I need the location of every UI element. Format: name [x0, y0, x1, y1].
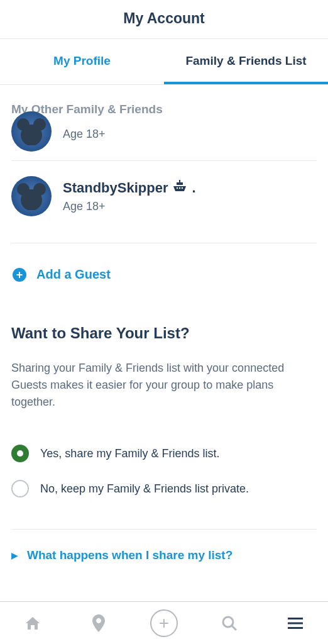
share-radio-group: Yes, share my Family & Friends list. No,…	[11, 436, 317, 530]
tab-family-friends[interactable]: Family & Friends List	[164, 39, 328, 84]
guest-row[interactable]: Age 18+	[11, 128, 317, 160]
svg-line-12	[232, 626, 236, 630]
tab-my-profile[interactable]: My Profile	[0, 39, 164, 84]
radio-selected-icon	[11, 445, 29, 462]
svg-point-8	[177, 187, 178, 188]
tab-bar: My Profile Family & Friends List	[0, 39, 328, 85]
page-title: My Account	[0, 10, 328, 27]
guest-info: StandbySkipper . Age 18+	[63, 180, 196, 213]
svg-rect-7	[177, 182, 183, 185]
svg-rect-15	[288, 627, 303, 629]
guest-age: Age 18+	[63, 200, 196, 213]
svg-rect-14	[288, 622, 303, 624]
share-description: Sharing your Family & Friends list with …	[11, 360, 317, 411]
bottom-nav: +	[0, 601, 328, 644]
svg-rect-13	[288, 618, 303, 619]
radio-label: Yes, share my Family & Friends list.	[40, 447, 219, 460]
share-title: Want to Share Your List?	[11, 325, 317, 342]
radio-label: No, keep my Family & Friends list privat…	[40, 482, 249, 496]
radio-unselected-icon	[11, 480, 29, 497]
plus-circle-icon: +	[13, 268, 26, 282]
svg-point-9	[179, 187, 180, 188]
main-content: My Other Family & Friends Age 18+ Standb…	[0, 85, 328, 581]
guest-info: Age 18+	[63, 128, 106, 141]
guest-name: StandbySkipper .	[63, 180, 196, 196]
location-icon[interactable]	[85, 609, 112, 637]
guest-name-suffix: .	[192, 180, 195, 196]
page-header: My Account	[0, 0, 328, 39]
avatar	[11, 111, 52, 152]
menu-icon[interactable]	[282, 609, 309, 637]
disclosure-label: What happens when I share my list?	[27, 548, 232, 562]
svg-point-10	[182, 187, 183, 188]
radio-share-yes[interactable]: Yes, share my Family & Friends list.	[11, 436, 317, 471]
home-icon[interactable]	[19, 609, 46, 637]
avatar	[11, 176, 52, 216]
ship-icon	[173, 180, 187, 196]
svg-point-11	[223, 617, 233, 627]
add-button[interactable]: +	[150, 609, 178, 637]
section-header: My Other Family & Friends	[11, 85, 317, 128]
chevron-right-icon: ▶	[11, 550, 18, 560]
guest-row[interactable]: StandbySkipper . Age 18+	[11, 160, 317, 231]
share-section: Want to Share Your List? Sharing your Fa…	[11, 282, 317, 581]
search-icon[interactable]	[216, 609, 243, 637]
svg-point-5	[21, 189, 42, 210]
guest-name-text: StandbySkipper	[63, 180, 168, 196]
radio-share-no[interactable]: No, keep my Family & Friends list privat…	[11, 471, 317, 506]
svg-point-2	[21, 125, 42, 145]
guest-age: Age 18+	[63, 128, 106, 141]
add-guest-label: Add a Guest	[36, 267, 111, 282]
plus-icon: +	[150, 609, 178, 637]
add-guest-button[interactable]: + Add a Guest	[11, 243, 317, 282]
disclosure-toggle[interactable]: ▶ What happens when I share my list?	[11, 530, 317, 581]
